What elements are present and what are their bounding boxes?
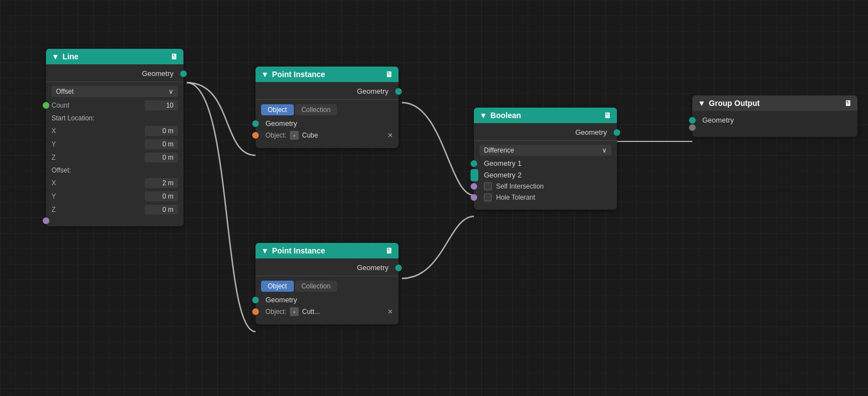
line-x1-row: X 0 m: [46, 124, 183, 138]
pi2-cube-icon: ▪: [290, 307, 299, 316]
pi2-geometry-output-label: Geometry: [357, 263, 389, 272]
line-y2-value[interactable]: 0 m: [145, 191, 178, 201]
line-node-body: Geometry Offset ∨ Count 10 Start Locatio…: [46, 64, 183, 226]
pi2-arrow-icon: ▼: [261, 246, 269, 255]
pi2-geometry-input-label: Geometry: [265, 296, 297, 304]
pi1-geometry-input-label: Geometry: [265, 119, 297, 128]
chevron-down-icon-boolean: ∨: [602, 146, 607, 154]
boolean-title: Boolean: [491, 111, 521, 120]
pi1-object-clear-button[interactable]: ✕: [387, 131, 393, 139]
pi2-tab-row: Object Collection: [256, 278, 399, 294]
point-instance-2-node: ▼ Point Instance 🖥 Geometry Object Colle…: [256, 243, 399, 324]
go-body: Geometry: [692, 111, 857, 137]
boolean-self-checkbox[interactable]: [484, 182, 492, 190]
pi2-title: Point Instance: [272, 246, 325, 255]
line-offset-dropdown[interactable]: Offset ∨: [52, 86, 178, 97]
pi1-object-tab[interactable]: Object: [261, 104, 294, 115]
boolean-self-intersection-row: Self Intersection: [474, 181, 617, 192]
pi1-title: Point Instance: [272, 70, 325, 79]
line-y1-label: Y: [52, 140, 56, 148]
boolean-geometry-output-label: Geometry: [575, 128, 607, 136]
boolean-body: Geometry Difference ∨ Geometry 1 Geometr…: [474, 123, 617, 210]
boolean-difference-dropdown[interactable]: Difference ∨: [479, 145, 611, 156]
line-count-socket[interactable]: [43, 102, 49, 109]
line-geometry-output-label: Geometry: [142, 69, 173, 78]
pi2-monitor-icon: 🖥: [385, 246, 393, 255]
pi2-object-socket[interactable]: [252, 308, 259, 315]
boolean-geo1-label: Geometry 1: [484, 159, 522, 167]
pi1-geometry-output-label: Geometry: [357, 87, 389, 95]
boolean-hole-tolerant-row: Hole Tolerant: [474, 192, 617, 203]
line-x2-value[interactable]: 2 m: [145, 178, 178, 188]
line-x1-label: X: [52, 127, 56, 135]
line-offset-section-label: Offset:: [46, 164, 183, 176]
go-extra-socket[interactable]: [689, 124, 696, 131]
pi2-header: ▼ Point Instance 🖥: [256, 243, 399, 258]
line-node: ▼ Line 🖥 Geometry Offset ∨ Count 10 Star…: [46, 49, 183, 226]
go-extra-socket-row: [692, 126, 857, 129]
line-bottom-socket[interactable]: [43, 217, 49, 224]
boolean-geo1-row: Geometry 1: [474, 158, 617, 169]
line-title: Line: [63, 52, 79, 61]
line-y1-row: Y 0 m: [46, 138, 183, 151]
pi2-object-clear-button[interactable]: ✕: [387, 308, 393, 316]
pi2-object-tab[interactable]: Object: [261, 281, 294, 292]
go-header: ▼ Group Output 🖥: [692, 95, 857, 111]
pi1-geometry-output-socket[interactable]: [395, 88, 402, 95]
line-node-header: ▼ Line 🖥: [46, 49, 183, 64]
pi2-geometry-input-socket[interactable]: [252, 297, 259, 303]
line-arrow-icon: ▼: [52, 52, 59, 61]
boolean-self-socket[interactable]: [471, 183, 477, 190]
pi2-collection-tab[interactable]: Collection: [295, 281, 338, 292]
line-x1-value[interactable]: 0 m: [145, 126, 178, 136]
line-y1-value[interactable]: 0 m: [145, 139, 178, 149]
point-instance-1-node: ▼ Point Instance 🖥 Geometry Object Colle…: [256, 67, 399, 148]
boolean-geometry-output-socket[interactable]: [614, 129, 620, 136]
line-count-value[interactable]: 10: [145, 100, 178, 110]
pi1-header: ▼ Point Instance 🖥: [256, 67, 399, 82]
boolean-hole-socket[interactable]: [471, 194, 477, 201]
boolean-self-label: Self Intersection: [496, 182, 544, 190]
line-y2-label: Y: [52, 192, 56, 200]
pi1-object-name[interactable]: Cube: [302, 131, 318, 139]
pi2-geometry-input-row: Geometry: [256, 294, 399, 306]
go-arrow-icon: ▼: [698, 99, 706, 108]
line-start-label: Start Location:: [46, 112, 183, 124]
line-z2-value[interactable]: 0 m: [145, 205, 178, 215]
boolean-node: ▼ Boolean 🖥 Geometry Difference ∨ Geomet…: [474, 108, 617, 210]
pi1-collection-tab[interactable]: Collection: [295, 104, 338, 115]
line-z2-label: Z: [52, 206, 55, 214]
group-output-node: ▼ Group Output 🖥 Geometry: [692, 95, 857, 137]
boolean-geo1-socket[interactable]: [471, 160, 477, 167]
go-title: Group Output: [709, 99, 760, 108]
line-count-row: Count 10: [46, 99, 183, 112]
boolean-monitor-icon: 🖥: [604, 111, 611, 120]
chevron-down-icon: ∨: [169, 88, 173, 95]
pi2-object-name[interactable]: Cutt...: [302, 308, 320, 316]
line-count-label: Count: [52, 101, 69, 109]
pi2-body: Geometry Object Collection Geometry Obje…: [256, 258, 399, 324]
line-z1-value[interactable]: 0 m: [145, 153, 178, 163]
go-geometry-input-socket[interactable]: [689, 117, 696, 124]
pi1-tab-row: Object Collection: [256, 102, 399, 118]
boolean-geo2-row: Geometry 2: [474, 169, 617, 181]
pi1-geometry-input-socket[interactable]: [252, 120, 259, 127]
boolean-hole-checkbox[interactable]: [484, 194, 492, 201]
go-geometry-input-row: Geometry: [692, 114, 857, 126]
pi2-object-label: Object:: [265, 308, 287, 316]
line-z1-label: Z: [52, 154, 55, 161]
line-y2-row: Y 0 m: [46, 190, 183, 203]
boolean-hole-label: Hole Tolerant: [496, 194, 535, 201]
pi2-geometry-output-row: Geometry: [256, 262, 399, 273]
go-geometry-input-label: Geometry: [702, 116, 734, 124]
pi1-body: Geometry Object Collection Geometry Obje…: [256, 82, 399, 148]
boolean-geo2-label: Geometry 2: [484, 171, 522, 179]
pi1-geometry-output-row: Geometry: [256, 85, 399, 97]
boolean-header: ▼ Boolean 🖥: [474, 108, 617, 123]
pi1-geometry-input-row: Geometry: [256, 118, 399, 129]
pi2-geometry-output-socket[interactable]: [395, 265, 402, 271]
pi1-object-socket[interactable]: [252, 132, 259, 139]
boolean-geometry-output-row: Geometry: [474, 126, 617, 138]
boolean-geo2-socket[interactable]: [471, 169, 478, 181]
line-geometry-output-socket[interactable]: [180, 70, 187, 77]
